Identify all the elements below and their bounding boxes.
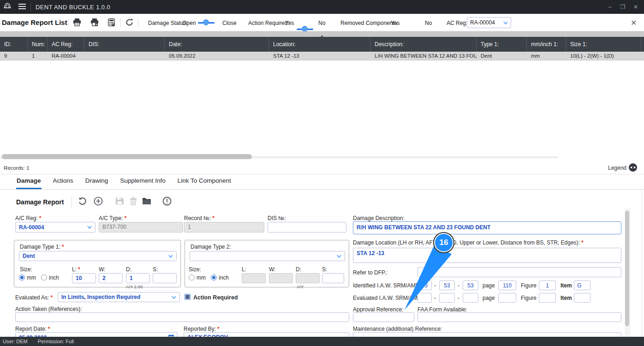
- w-label: W:: [269, 266, 275, 273]
- evaluated-ref-1[interactable]: [417, 293, 432, 303]
- column-header[interactable]: mm/inch 1:: [527, 37, 566, 52]
- form-section-title: Damage Report: [16, 198, 64, 206]
- detail-tabbar: Damage Actions Drawing Supplement Info L…: [0, 175, 644, 190]
- undo-icon[interactable]: [78, 197, 87, 208]
- status-permission: Permission: Full: [38, 339, 74, 344]
- s-field[interactable]: [322, 273, 344, 283]
- dash: -: [458, 295, 459, 301]
- vertical-scrollbar-thumb[interactable]: [625, 211, 629, 326]
- evaluated-item-field[interactable]: [574, 293, 590, 303]
- print-preview-icon[interactable]: [90, 18, 99, 28]
- mm-radio-label: mm: [27, 274, 36, 281]
- identified-page-field[interactable]: 110: [498, 280, 516, 290]
- dash: -: [458, 282, 459, 289]
- action-taken-field[interactable]: [15, 312, 349, 322]
- tab-drawing[interactable]: Drawing: [85, 174, 109, 189]
- column-header[interactable]: ID:: [0, 37, 28, 52]
- damage-status-toggle[interactable]: [198, 19, 215, 26]
- faa-form-field[interactable]: [417, 312, 621, 322]
- tab-actions[interactable]: Actions: [53, 174, 74, 189]
- refresh-icon[interactable]: [125, 18, 134, 29]
- damage-type-1-group: Damage Type 1:* Dent Size: L:* W: D: S: …: [14, 240, 181, 287]
- close-panel-button[interactable]: ✕: [631, 18, 637, 27]
- inch-radio[interactable]: [41, 274, 47, 280]
- save-icon[interactable]: [115, 197, 124, 207]
- column-header[interactable]: Date:: [165, 37, 269, 52]
- evaluated-page-field[interactable]: [498, 293, 516, 303]
- evaluated-as-label: Evaluated As:*: [15, 294, 53, 301]
- evaluated-ref-3[interactable]: [463, 293, 478, 303]
- cell-ac-reg: RA-00004: [48, 52, 84, 60]
- horizontal-scrollbar-thumb[interactable]: [2, 154, 252, 159]
- approval-reference-field[interactable]: [353, 312, 414, 322]
- tab-damage[interactable]: Damage: [16, 174, 42, 189]
- minimize-button[interactable]: –: [603, 4, 616, 10]
- evaluated-as-select[interactable]: In Limits, Inspection Required: [58, 292, 180, 302]
- dis-no-label: DIS №:: [268, 215, 286, 221]
- hamburger-menu-icon[interactable]: [18, 3, 26, 11]
- l-field[interactable]: 10: [72, 273, 96, 283]
- w-field: [269, 273, 293, 283]
- ac-type-field: B737-700: [99, 222, 183, 233]
- column-header[interactable]: T: [641, 37, 644, 52]
- grid-header: ID: Num: AC Reg: DIS: Date: Location: De…: [0, 37, 644, 52]
- mm-radio[interactable]: [19, 274, 25, 280]
- w-label: W:: [99, 266, 105, 273]
- ac-reg-label: A/C Reg:*: [15, 215, 41, 221]
- table-row[interactable]: 9 1 RA-00004 05.09.2022 STA 12 -13 L/H W…: [0, 52, 644, 60]
- dis-no-field[interactable]: [268, 222, 346, 233]
- identified-ref-3[interactable]: 53: [463, 280, 478, 290]
- identified-figure-field[interactable]: 1: [539, 280, 556, 290]
- tab-supplement-info[interactable]: Supplement Info: [119, 174, 166, 189]
- delete-icon[interactable]: [130, 197, 137, 207]
- column-header[interactable]: Type 1:: [477, 37, 527, 52]
- info-icon[interactable]: [162, 197, 172, 208]
- column-header[interactable]: Description:: [370, 37, 477, 52]
- mm-radio-label: mm: [197, 274, 206, 281]
- close-window-button[interactable]: ✕: [629, 4, 642, 10]
- s-label: S:: [153, 266, 158, 273]
- column-header[interactable]: Size 1:: [566, 37, 641, 52]
- legend-eye-icon[interactable]: [628, 163, 638, 174]
- damage-location-field[interactable]: STA 12 -13: [353, 248, 621, 263]
- folder-icon[interactable]: [142, 197, 151, 207]
- column-header[interactable]: Location:: [269, 37, 370, 52]
- action-required-checkbox-label: Action Required: [193, 294, 238, 301]
- cell-dis: [84, 52, 165, 60]
- tab-link-to-component[interactable]: Link To Component: [177, 174, 232, 189]
- action-required-yes-label: Yes: [285, 20, 294, 26]
- status-user: User: DEM: [3, 339, 28, 344]
- identified-ref-2[interactable]: 53: [439, 280, 455, 290]
- action-required-checkbox[interactable]: [185, 294, 191, 300]
- column-header[interactable]: AC Reg:: [48, 37, 84, 52]
- panel-right-edge: [642, 190, 642, 337]
- evaluated-ref-2[interactable]: [439, 293, 455, 303]
- refer-dfp-field[interactable]: [417, 267, 621, 277]
- ac-reg-select[interactable]: RA-00004: [15, 222, 95, 233]
- identified-ref-1[interactable]: 53: [417, 280, 432, 290]
- maximize-button[interactable]: ❐: [616, 4, 629, 10]
- damage-form: Damage Report A/C Reg:* RA-00004 A/C Typ…: [0, 190, 644, 346]
- damage-type-2-select[interactable]: [190, 251, 345, 261]
- ac-reg-filter-label: AC Reg:: [447, 20, 467, 26]
- splitter-bar[interactable]: ▼: [0, 31, 644, 37]
- ac-type-label: A/C Type:*: [99, 215, 126, 221]
- print-icon[interactable]: [73, 18, 81, 28]
- identified-item-field[interactable]: G: [574, 280, 590, 290]
- damage-type-1-select[interactable]: Dent: [19, 251, 177, 261]
- export-icon[interactable]: [108, 18, 115, 28]
- d-field[interactable]: 1: [126, 273, 150, 283]
- l-field: [242, 273, 266, 283]
- inch-radio[interactable]: [211, 274, 217, 280]
- damage-description-field[interactable]: R/H WING BETWEEN STA 22 AND 23 FOUND DEN…: [353, 221, 621, 234]
- ac-reg-filter-select[interactable]: RA-00004: [467, 17, 511, 28]
- list-toolbar: Damage Report List Damage Status: Open C…: [0, 14, 644, 31]
- column-header[interactable]: DIS:: [84, 37, 165, 52]
- w-field[interactable]: 2: [99, 273, 123, 283]
- s-field[interactable]: [153, 273, 177, 283]
- reported-by-label: Reported By:*: [184, 326, 220, 332]
- column-header[interactable]: Num:: [28, 37, 48, 52]
- mm-radio[interactable]: [189, 274, 195, 280]
- evaluated-figure-field[interactable]: [539, 293, 556, 303]
- add-icon[interactable]: [94, 197, 103, 208]
